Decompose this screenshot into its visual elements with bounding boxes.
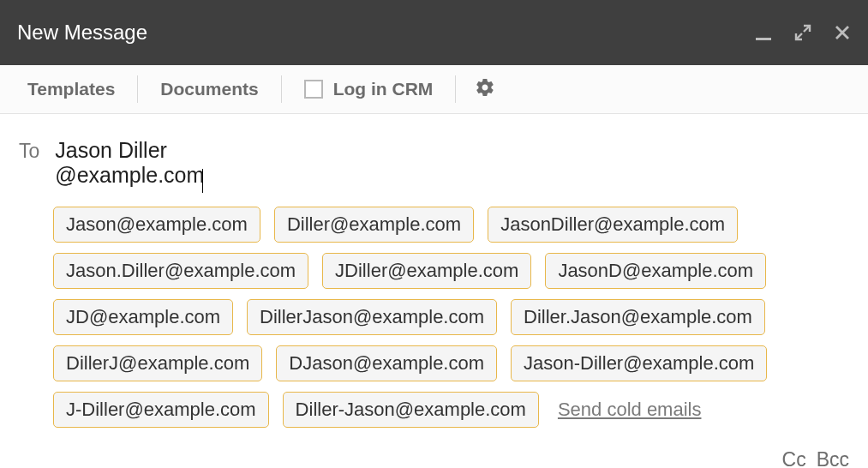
window-title: New Message — [17, 21, 147, 45]
close-icon[interactable] — [834, 24, 851, 41]
send-cold-emails-link[interactable]: Send cold emails — [558, 399, 702, 421]
compose-area: To Jason Diller @example.com Jason@examp… — [0, 114, 868, 436]
email-suggestion-chip[interactable]: JasonD@example.com — [545, 253, 766, 289]
email-suggestion-chip[interactable]: JDiller@example.com — [322, 253, 531, 289]
gear-icon — [475, 77, 495, 101]
svg-rect-0 — [756, 38, 771, 40]
log-in-crm-label: Log in CRM — [333, 79, 434, 99]
email-suggestion-chip[interactable]: JD@example.com — [53, 299, 233, 335]
cc-bcc-row: Cc Bcc — [0, 436, 868, 468]
to-input[interactable]: Jason Diller @example.com — [55, 138, 204, 187]
email-suggestion-chip[interactable]: Diller.Jason@example.com — [511, 299, 765, 335]
log-in-crm-toggle[interactable]: Log in CRM — [282, 75, 457, 103]
email-suggestion-chip[interactable]: JasonDiller@example.com — [488, 207, 738, 243]
cc-link[interactable]: Cc — [782, 448, 806, 468]
text-caret — [202, 169, 203, 193]
log-in-crm-checkbox[interactable] — [304, 80, 323, 99]
to-label: To — [19, 140, 39, 163]
email-suggestion-chip[interactable]: Diller@example.com — [274, 207, 474, 243]
email-suggestion-chip[interactable]: DillerJ@example.com — [53, 345, 262, 381]
email-suggestion-chip[interactable]: Jason-Diller@example.com — [511, 345, 767, 381]
email-suggestion-chip[interactable]: DillerJason@example.com — [247, 299, 497, 335]
settings-button[interactable] — [456, 77, 514, 101]
expand-icon[interactable] — [794, 24, 811, 41]
email-suggestions: Jason@example.comDiller@example.comJason… — [19, 207, 849, 428]
templates-button[interactable]: Templates — [15, 75, 138, 103]
email-suggestion-chip[interactable]: Diller-Jason@example.com — [283, 392, 539, 428]
email-suggestion-chip[interactable]: J-Diller@example.com — [53, 392, 269, 428]
to-input-wrap: Jason Diller @example.com — [55, 138, 321, 191]
minimize-icon[interactable] — [755, 24, 772, 41]
email-suggestion-chip[interactable]: Jason@example.com — [53, 207, 260, 243]
toolbar: Templates Documents Log in CRM — [0, 65, 868, 114]
titlebar-actions — [755, 24, 851, 41]
to-row: To Jason Diller @example.com — [19, 138, 849, 191]
titlebar: New Message — [0, 0, 868, 65]
documents-button[interactable]: Documents — [138, 75, 281, 103]
bcc-link[interactable]: Bcc — [817, 448, 849, 468]
email-suggestion-chip[interactable]: DJason@example.com — [276, 345, 497, 381]
email-suggestion-chip[interactable]: Jason.Diller@example.com — [53, 253, 308, 289]
